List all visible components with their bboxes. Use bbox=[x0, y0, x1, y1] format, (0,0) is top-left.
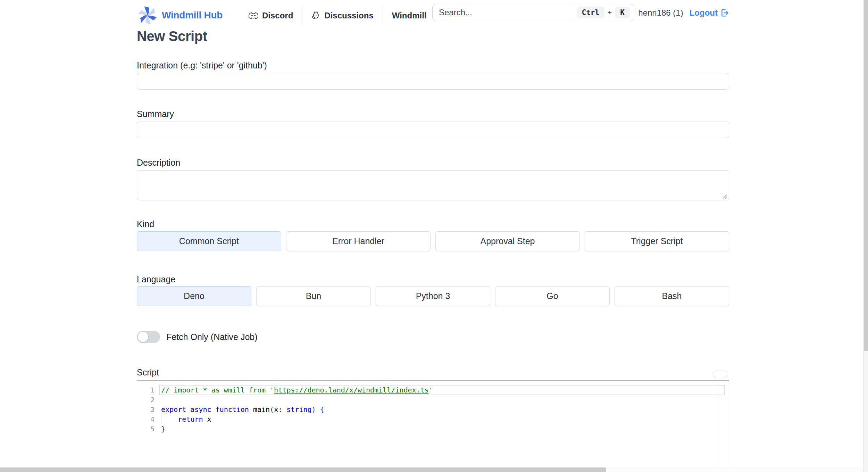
vertical-scrollbar-thumb[interactable] bbox=[864, 0, 868, 351]
nav-discord-label: Discord bbox=[262, 11, 293, 20]
kind-option-common-script[interactable]: Common Script bbox=[137, 231, 281, 251]
resize-handle-icon[interactable] bbox=[722, 193, 728, 199]
integration-label: Integration (e.g: 'stripe' or 'github') bbox=[137, 60, 729, 71]
kbd-ctrl: Ctrl bbox=[577, 7, 605, 18]
discord-icon bbox=[249, 11, 258, 20]
nav-divider bbox=[383, 6, 383, 25]
fetch-only-row: Fetch Only (Native Job) bbox=[137, 331, 729, 343]
language-option-go[interactable]: Go bbox=[495, 286, 610, 306]
windmill-logo-icon bbox=[137, 5, 158, 26]
integration-input[interactable] bbox=[137, 73, 729, 90]
search-bar[interactable]: Ctrl + K bbox=[432, 4, 634, 21]
nav-windmill-label: Windmill bbox=[392, 11, 427, 20]
user-area: henri186 (1) Logout bbox=[638, 8, 729, 18]
summary-label: Summary bbox=[137, 109, 729, 119]
kind-option-approval-step[interactable]: Approval Step bbox=[435, 231, 580, 251]
code-lines: 1// import * as wmill from 'https://deno… bbox=[137, 385, 729, 434]
line-content: // import * as wmill from 'https://deno.… bbox=[159, 385, 725, 395]
search-input[interactable] bbox=[439, 8, 577, 17]
code-line-1[interactable]: 1// import * as wmill from 'https://deno… bbox=[137, 385, 729, 395]
brand[interactable]: Windmill Hub bbox=[137, 5, 223, 26]
github-octoface-icon bbox=[311, 11, 320, 20]
kind-label: Kind bbox=[137, 219, 729, 229]
line-content: export async function main(x: string) { bbox=[159, 405, 725, 414]
line-number: 5 bbox=[137, 424, 155, 434]
language-option-bun[interactable]: Bun bbox=[256, 286, 371, 306]
kind-option-trigger-script[interactable]: Trigger Script bbox=[585, 231, 729, 251]
brand-name[interactable]: Windmill Hub bbox=[162, 10, 223, 21]
logout-label: Logout bbox=[690, 8, 718, 18]
fetch-only-label: Fetch Only (Native Job) bbox=[166, 332, 258, 342]
logout-link[interactable]: Logout bbox=[690, 8, 729, 18]
indent-guide bbox=[161, 414, 161, 424]
language-label: Language bbox=[137, 274, 729, 284]
nav-divider bbox=[302, 6, 302, 25]
nav-windmill[interactable]: Windmill bbox=[392, 11, 427, 20]
nav-discord[interactable]: Discord bbox=[249, 11, 293, 20]
nav-discussions[interactable]: Discussions bbox=[311, 11, 373, 20]
description-label: Description bbox=[137, 158, 729, 168]
description-textarea[interactable] bbox=[137, 170, 729, 200]
line-number: 2 bbox=[137, 395, 155, 405]
language-option-python-3[interactable]: Python 3 bbox=[376, 286, 490, 306]
code-line-3[interactable]: 3export async function main(x: string) { bbox=[137, 405, 729, 414]
kind-option-error-handler[interactable]: Error Handler bbox=[286, 231, 431, 251]
page-title: New Script bbox=[137, 28, 729, 44]
kbd-k: K bbox=[615, 7, 630, 18]
line-content: } bbox=[159, 424, 725, 434]
fetch-only-toggle[interactable] bbox=[137, 331, 160, 343]
username: henri186 (1) bbox=[638, 8, 683, 18]
line-number: 3 bbox=[137, 405, 155, 414]
code-editor[interactable]: 1// import * as wmill from 'https://deno… bbox=[137, 380, 729, 472]
line-content bbox=[159, 395, 725, 405]
language-option-deno[interactable]: Deno bbox=[137, 286, 251, 306]
page-horizontal-scrollbar[interactable] bbox=[0, 467, 863, 472]
line-number: 4 bbox=[137, 414, 155, 424]
editor-scrollbar-track[interactable] bbox=[718, 381, 718, 472]
language-option-bash[interactable]: Bash bbox=[615, 286, 729, 306]
editor-theme-toggle[interactable] bbox=[713, 371, 727, 378]
kbd-plus: + bbox=[608, 8, 612, 17]
kind-options: Common ScriptError HandlerApproval StepT… bbox=[137, 231, 729, 251]
code-line-2[interactable]: 2 bbox=[137, 395, 729, 405]
logout-icon bbox=[720, 8, 729, 17]
code-line-5[interactable]: 5} bbox=[137, 424, 729, 434]
language-options: DenoBunPython 3GoBash bbox=[137, 286, 729, 306]
toggle-knob bbox=[138, 332, 148, 342]
summary-input[interactable] bbox=[137, 122, 729, 138]
windmill-hub-new-script-page: Windmill Hub Discord bbox=[0, 0, 868, 472]
code-line-4[interactable]: 4 return x bbox=[137, 414, 729, 424]
line-content: return x bbox=[159, 414, 725, 424]
horizontal-scrollbar-thumb[interactable] bbox=[0, 467, 606, 472]
line-number: 1 bbox=[137, 385, 155, 395]
script-label: Script bbox=[137, 367, 729, 378]
header: Windmill Hub Discord bbox=[137, 5, 729, 26]
page-vertical-scrollbar[interactable] bbox=[863, 0, 868, 472]
header-nav: Discord Discussions Windmill bbox=[249, 5, 427, 26]
nav-discussions-label: Discussions bbox=[324, 11, 373, 20]
